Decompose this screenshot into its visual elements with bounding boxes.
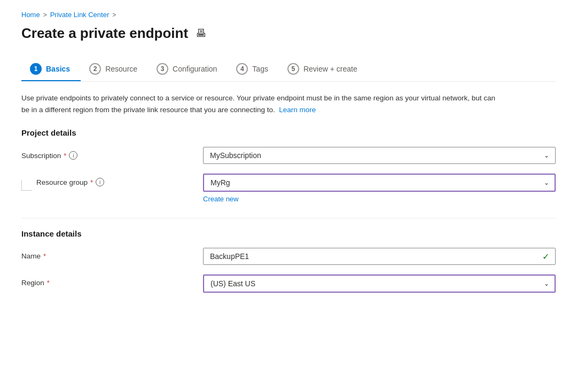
breadcrumb-home[interactable]: Home bbox=[21, 11, 40, 19]
subscription-row: Subscription * i MySubscription ⌄ bbox=[21, 147, 556, 164]
tabs: 1 Basics 2 Resource 3 Configuration 4 Ta… bbox=[21, 58, 556, 82]
resource-group-row: Resource group * i MyRg ⌄ Create new bbox=[21, 174, 556, 203]
breadcrumb-sep-1: > bbox=[43, 11, 47, 19]
subscription-label-col: Subscription * i bbox=[21, 147, 203, 160]
resource-group-label-col: Resource group * i bbox=[21, 174, 203, 191]
resource-group-select[interactable]: MyRg bbox=[203, 174, 556, 192]
subscription-select[interactable]: MySubscription bbox=[203, 147, 556, 164]
print-icon[interactable]: 🖶 bbox=[196, 27, 206, 40]
tab-basics-label: Basics bbox=[46, 65, 70, 73]
breadcrumb-private-link[interactable]: Private Link Center bbox=[50, 11, 110, 19]
name-input-wrapper: ✓ bbox=[203, 248, 556, 265]
learn-more-link[interactable]: Learn more bbox=[279, 106, 316, 114]
region-label: Region * bbox=[21, 279, 203, 287]
subscription-select-wrapper: MySubscription ⌄ bbox=[203, 147, 556, 164]
region-label-col: Region * bbox=[21, 275, 203, 287]
tab-tags-number: 4 bbox=[236, 63, 248, 75]
project-details-section: Project details Subscription * i MySubsc… bbox=[21, 128, 556, 203]
tab-tags[interactable]: 4 Tags bbox=[228, 58, 279, 81]
tab-review-create[interactable]: 5 Review + create bbox=[279, 58, 368, 81]
resource-group-label: Resource group * i bbox=[36, 178, 104, 186]
tab-resource-label: Resource bbox=[105, 65, 137, 73]
subscription-label: Subscription * i bbox=[21, 151, 203, 160]
tab-basics[interactable]: 1 Basics bbox=[21, 58, 81, 81]
name-required: * bbox=[43, 252, 46, 260]
tab-basics-number: 1 bbox=[30, 63, 42, 75]
resource-group-select-wrapper: MyRg ⌄ bbox=[203, 174, 556, 192]
tab-review-create-number: 5 bbox=[287, 63, 299, 75]
name-label: Name * bbox=[21, 252, 203, 260]
create-new-link[interactable]: Create new bbox=[203, 195, 238, 203]
name-control: ✓ bbox=[203, 248, 556, 265]
name-row: Name * ✓ bbox=[21, 248, 556, 265]
region-required: * bbox=[47, 279, 50, 287]
region-control: (US) East US ⌄ bbox=[203, 275, 556, 293]
subscription-control: MySubscription ⌄ bbox=[203, 147, 556, 164]
tab-resource[interactable]: 2 Resource bbox=[81, 58, 148, 81]
breadcrumb: Home > Private Link Center > bbox=[21, 11, 556, 19]
project-details-title: Project details bbox=[21, 128, 556, 137]
resource-group-required: * bbox=[90, 178, 93, 186]
breadcrumb-sep-2: > bbox=[112, 11, 116, 19]
page-title-row: Create a private endpoint 🖶 bbox=[21, 25, 556, 42]
indent-line bbox=[21, 180, 32, 191]
tab-configuration[interactable]: 3 Configuration bbox=[148, 58, 228, 81]
instance-details-title: Instance details bbox=[21, 229, 556, 238]
tab-tags-label: Tags bbox=[252, 65, 268, 73]
tab-configuration-number: 3 bbox=[157, 63, 168, 75]
name-label-col: Name * bbox=[21, 248, 203, 260]
region-select-wrapper: (US) East US ⌄ bbox=[203, 275, 556, 293]
page-title: Create a private endpoint bbox=[21, 25, 188, 42]
instance-details-section: Instance details Name * ✓ Region * bbox=[21, 229, 556, 293]
resource-group-indent: Resource group * i bbox=[21, 178, 203, 191]
tab-configuration-label: Configuration bbox=[173, 65, 217, 73]
region-row: Region * (US) East US ⌄ bbox=[21, 275, 556, 293]
tab-review-create-label: Review + create bbox=[303, 65, 357, 73]
subscription-required: * bbox=[64, 152, 66, 160]
subscription-info-icon[interactable]: i bbox=[69, 151, 77, 160]
resource-group-info-icon[interactable]: i bbox=[96, 178, 104, 186]
description-text: Use private endpoints to privately conne… bbox=[21, 92, 502, 115]
resource-group-control: MyRg ⌄ Create new bbox=[203, 174, 556, 203]
section-divider bbox=[21, 218, 556, 218]
tab-resource-number: 2 bbox=[89, 63, 101, 75]
name-valid-icon: ✓ bbox=[542, 252, 549, 262]
region-select[interactable]: (US) East US bbox=[203, 275, 556, 293]
name-input[interactable] bbox=[203, 248, 556, 265]
